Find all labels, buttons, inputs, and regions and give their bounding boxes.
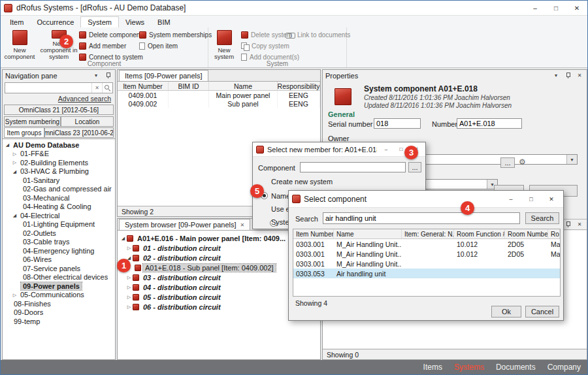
open-item-button[interactable]: Open item (139, 41, 207, 52)
collapsed-icon[interactable] (11, 159, 18, 166)
item-row[interactable]: 0409.002 Sub panel EENG (118, 99, 320, 108)
column-name[interactable]: Name (334, 229, 402, 238)
tree-item[interactable]: 05-Communications (3, 291, 115, 300)
copy-system-button[interactable]: Copy system (241, 41, 297, 52)
collapsed-icon[interactable] (125, 274, 133, 281)
component-search-input[interactable] (323, 212, 520, 224)
statusbar-systems[interactable]: Systems (454, 363, 484, 372)
statusbar-documents[interactable]: Documents (496, 363, 536, 372)
new-component-in-system-button[interactable]: New component in system (39, 29, 79, 60)
tree-item[interactable]: 99-temp (3, 317, 115, 326)
close-panel-icon[interactable]: ✕ (575, 220, 584, 229)
tree-item-selected[interactable]: 09-Power panels (3, 282, 115, 291)
add-member-button[interactable]: Add member (79, 41, 140, 52)
tab-item[interactable]: Item (3, 17, 30, 27)
link-to-documents-button[interactable]: Link to documents (286, 29, 347, 41)
search-input[interactable] (5, 84, 91, 92)
tree-item[interactable]: 04-Heating & Cooling (3, 203, 115, 212)
chevron-down-icon[interactable]: ▾ (91, 71, 101, 80)
tree-item[interactable]: 02-Gas and compressed air (3, 185, 115, 194)
pin-icon-wrap[interactable] (563, 71, 572, 80)
collapsed-icon[interactable] (125, 284, 133, 291)
browse-component-button[interactable]: ... (408, 162, 421, 172)
number-field[interactable] (457, 118, 522, 129)
expanded-icon[interactable] (4, 141, 11, 148)
close-button[interactable]: ✕ (543, 193, 560, 206)
collapsed-icon[interactable] (125, 293, 133, 301)
collapsed-icon[interactable] (125, 303, 133, 310)
column-item-number[interactable]: Item Number (293, 229, 334, 238)
new-component-button[interactable]: New component (2, 29, 37, 60)
column-item-general[interactable]: Item: General: N... (402, 229, 454, 238)
close-button[interactable]: ✕ (566, 1, 587, 16)
component-row-selected[interactable]: 0303.053 Air handling unit (293, 269, 560, 278)
omniclass21-button[interactable]: OmniClass 21 [2012-05-16] (4, 105, 114, 115)
gear-icon[interactable]: ⚙ (519, 157, 526, 167)
component-row[interactable]: 0303.001 M_Air Handling Unit... 10.012 2… (293, 249, 560, 259)
expanded-icon[interactable] (120, 235, 127, 242)
chevron-down-icon[interactable]: ▾ (551, 71, 561, 80)
column-responsibility[interactable]: Responsibility (278, 82, 320, 90)
component-field[interactable] (300, 162, 406, 172)
close-tab-icon[interactable]: ✕ (240, 222, 245, 228)
component-row[interactable]: 0303.001 M_Air Handling Unit... 10.012 2… (293, 239, 560, 249)
cancel-button[interactable]: Cancel (525, 306, 559, 318)
clear-search-icon[interactable]: ✕ (91, 83, 102, 93)
close-panel-icon[interactable]: ✕ (575, 71, 584, 80)
items-tab[interactable]: Items [09-Power panels] (119, 70, 208, 81)
search-button[interactable]: Search (525, 212, 559, 224)
column-name[interactable]: Name (209, 82, 278, 90)
delete-component-button[interactable]: Delete component (79, 29, 140, 41)
component-row[interactable]: 0303.001 M_Air Handling Unit... (293, 259, 560, 269)
expanded-icon[interactable] (11, 212, 18, 219)
collapsed-icon[interactable] (11, 150, 18, 157)
search-icon-wrap[interactable] (102, 83, 112, 93)
statusbar-company[interactable]: Company (547, 363, 581, 372)
tree-item[interactable]: 03-HVAC & Plumbing (3, 167, 115, 176)
browse-button[interactable]: ... (500, 157, 515, 168)
tree-item[interactable]: 06-Wires (3, 255, 115, 265)
tree-item[interactable]: 08-Other electrical devices (3, 273, 115, 282)
collapsed-icon[interactable] (125, 244, 133, 252)
minimize-button[interactable]: – (502, 193, 519, 206)
tree-item[interactable]: 07-Service panels (3, 264, 115, 273)
tree-item[interactable]: 02-Outlets (3, 229, 115, 238)
tree-item[interactable]: 04-Emergency lighting (3, 246, 115, 255)
tab-bim[interactable]: BIM (151, 17, 177, 27)
tree-item[interactable]: AU Demo Database (3, 140, 115, 150)
tab-system-numbering[interactable]: System numbering (4, 116, 61, 127)
expanded-icon[interactable] (11, 168, 18, 175)
system-memberships-button[interactable]: System memberships (139, 29, 207, 41)
tree-item[interactable]: 01-FF&E (3, 150, 115, 159)
column-room-number[interactable]: Room Number (505, 229, 548, 238)
collapsed-icon[interactable] (11, 291, 18, 299)
column-bim-id[interactable]: BIM ID (169, 82, 209, 90)
system-browser-tab[interactable]: System browser [09-Power panels] ✕ (119, 219, 250, 230)
tree-item[interactable]: 02-Building Elements (3, 158, 115, 167)
tree-item[interactable]: 01-Lighting Equipment (3, 220, 115, 229)
tree-item[interactable]: 03-Cable trays (3, 238, 115, 247)
statusbar-items[interactable]: Items (423, 363, 442, 372)
pin-icon-wrap[interactable] (563, 220, 572, 229)
tab-views[interactable]: Views (119, 17, 151, 27)
tree-item[interactable]: 04-Electrical (3, 211, 115, 220)
minimize-button[interactable]: – (380, 144, 392, 155)
tree-item[interactable]: 01-Sanitary (3, 176, 115, 185)
tab-occurrence[interactable]: Occurrence (30, 17, 80, 27)
tab-location[interactable]: Location (61, 116, 114, 127)
advanced-search-link[interactable]: Advanced search (58, 95, 111, 103)
column-room[interactable]: Roo (548, 229, 560, 238)
tab-system[interactable]: System (80, 16, 119, 27)
minimize-button[interactable]: – (525, 1, 546, 16)
column-item-number[interactable]: Item Number (118, 82, 169, 90)
new-system-button[interactable]: New system (210, 29, 238, 60)
item-row[interactable]: 0409.001 Main power panel EENG (118, 91, 320, 99)
ok-button[interactable]: Ok (491, 306, 521, 318)
tree-item[interactable]: 03-Mechanical (3, 193, 115, 203)
tab-item-groups[interactable]: Item groups (4, 127, 44, 138)
serial-number-field[interactable] (374, 118, 421, 129)
column-room-function[interactable]: Room Function #: (454, 229, 505, 238)
tab-omniclass23[interactable]: OmniClass 23 [2010-06-24] (44, 127, 114, 138)
tree-item[interactable]: 08-Finishes (3, 299, 115, 308)
tree-item[interactable]: 09-Doors (3, 308, 115, 318)
